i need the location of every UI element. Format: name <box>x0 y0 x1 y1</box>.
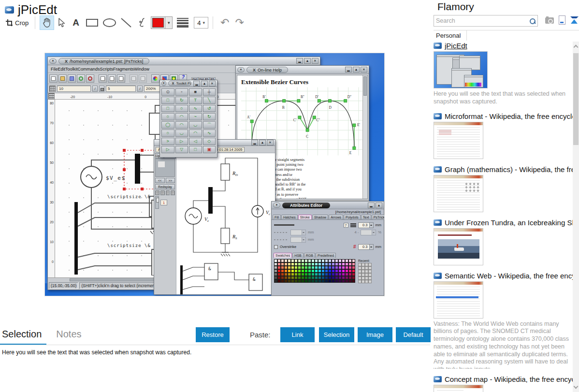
palette-tool-button[interactable]: ◡ <box>175 130 188 137</box>
attr-tab[interactable]: Fill <box>273 215 281 219</box>
palette-tool-button[interactable]: □ <box>161 105 174 112</box>
new-note-icon[interactable] <box>559 15 565 25</box>
palette-tool-button[interactable]: ◯ <box>161 121 174 129</box>
line-width-button[interactable] <box>174 15 191 30</box>
menu-item[interactable]: Scripts <box>100 67 114 72</box>
window-titlebar[interactable]: ▼ Attributes Editor ▂▲ <box>272 202 384 209</box>
snapshot-title[interactable]: Graph (mathematics) - Wikipedia, the fre… <box>445 165 573 174</box>
camera-icon[interactable] <box>545 17 554 24</box>
sidebar-scrollbar[interactable] <box>573 42 579 392</box>
line-tool-button[interactable] <box>118 15 134 30</box>
attr-tab[interactable]: Text <box>361 215 371 219</box>
palette-tool-button[interactable]: ↺ <box>203 105 216 112</box>
minimize-icon[interactable]: ▂ <box>296 58 303 64</box>
snapshot-thumbnail[interactable] <box>434 51 488 88</box>
search-input[interactable] <box>436 17 527 24</box>
grid-icon[interactable] <box>49 86 56 92</box>
palette-tool-button[interactable]: ┼ <box>203 88 216 96</box>
select-tool-button[interactable] <box>54 15 69 30</box>
minimize-icon[interactable]: ▂ <box>251 140 258 145</box>
palette-tool-button[interactable]: ╲ <box>203 97 216 104</box>
attr-tab[interactable]: Arrows <box>329 215 343 219</box>
list-item[interactable]: Concept map - Wikipedia, the free encycl… <box>434 375 573 392</box>
maximize-icon[interactable]: ▲ <box>353 67 360 73</box>
palette-tool-button[interactable]: ▣ <box>203 146 216 153</box>
palette-tool-button[interactable]: ▫ <box>175 88 188 96</box>
dvi-next-button[interactable]: >> <box>166 178 175 183</box>
palette-tool-button[interactable]: ▷ <box>161 146 174 153</box>
list-item[interactable]: Under Frozen Tundra, an Icebreaking Ship… <box>434 218 573 265</box>
list-item[interactable]: Microformat - Wikipedia, the free encycl… <box>434 112 573 159</box>
list-item[interactable]: Graph (mathematics) - Wikipedia, the fre… <box>434 165 573 212</box>
reload-button[interactable] <box>77 74 85 83</box>
scroll-up-icon[interactable] <box>574 45 579 50</box>
search-box[interactable] <box>434 15 538 27</box>
palette-tool-button[interactable]: ~ <box>189 113 202 120</box>
palette-tool-button[interactable]: T <box>189 97 202 104</box>
dvi-redisplay-button[interactable]: Redisplay <box>155 184 175 189</box>
dvi-page-number[interactable]: 1 <box>160 200 167 205</box>
palette-tool-button[interactable]: □ <box>161 97 174 104</box>
maximize-icon[interactable]: ▲ <box>376 203 382 208</box>
crop-button[interactable]: Crop <box>4 15 30 30</box>
snap-step-field[interactable]: 5 <box>106 86 136 92</box>
palette-tool-button[interactable]: ↻ <box>203 113 216 120</box>
snapshot-viewer[interactable]: ▼ X/home/reynal/example1.pst: [PsTricks]… <box>45 53 384 296</box>
snapshot-thumbnail[interactable] <box>434 228 483 265</box>
dvi-page-thumbnail[interactable] <box>155 159 175 177</box>
paste-default-button[interactable]: Default <box>396 327 431 342</box>
window-titlebar[interactable]: ▼ XToolkit Palette ▂▲✕ <box>160 80 217 87</box>
palette-tool-button[interactable]: ○ <box>161 113 174 120</box>
snapshot-title[interactable]: jPicEdt <box>445 42 467 50</box>
window-menu-icon[interactable]: ▼ <box>237 67 245 73</box>
open-file-button[interactable] <box>58 74 67 83</box>
restore-button[interactable]: Restore <box>196 327 230 342</box>
window-titlebar[interactable]: ▼ X/home/reynal/example1.pst: [PsTricks]… <box>48 57 320 65</box>
freehand-tool-button[interactable] <box>134 15 149 30</box>
attr-tab[interactable]: Polydots <box>344 215 361 219</box>
palette-button[interactable] <box>151 74 159 83</box>
palette-tool-button[interactable]: > <box>161 138 174 145</box>
swatch-tab[interactable]: Predefined <box>316 253 336 258</box>
close-icon[interactable]: ✕ <box>209 81 216 87</box>
tab-selection[interactable]: Selection <box>2 329 42 340</box>
stroke-width-dropdown[interactable]: 4 ▾ <box>194 17 208 29</box>
stroke-width-spinner[interactable]: 0.3 <box>358 222 374 228</box>
snapshot-thumbnail[interactable] <box>434 385 483 392</box>
attr-tab[interactable]: Hatches <box>281 215 298 219</box>
chevron-down-icon[interactable]: ▾ <box>165 17 172 29</box>
snapshot-thumbnail[interactable] <box>434 281 483 319</box>
recent-color-grid[interactable] <box>358 263 372 283</box>
attr-tab[interactable]: Shadow <box>312 215 328 219</box>
close-icon[interactable]: ✕ <box>267 140 274 145</box>
menu-item[interactable]: Commands <box>78 67 100 72</box>
attr-tab[interactable]: Stroke <box>298 215 312 219</box>
palette-tool-button[interactable]: ∿ <box>189 105 202 112</box>
palette-tool-button[interactable]: ↻ <box>175 97 188 104</box>
redo-button[interactable] <box>139 74 147 83</box>
close-icon[interactable]: ✕ <box>312 58 318 64</box>
palette-tool-button[interactable]: ◇ <box>203 138 216 145</box>
pct-spinner[interactable] <box>361 230 376 235</box>
swatch-tab[interactable]: Swatches <box>274 253 292 258</box>
color-picker[interactable]: ▾ <box>151 16 173 29</box>
tab-personal[interactable]: Personal <box>434 30 467 41</box>
save-file-button[interactable] <box>68 74 76 83</box>
palette-tool-button[interactable]: ▷ <box>175 138 188 145</box>
cut-button[interactable] <box>108 74 116 83</box>
tab-notes[interactable]: Notes <box>56 329 81 340</box>
maximize-icon[interactable]: ▲ <box>304 58 311 64</box>
paste-selection-button[interactable]: Selection <box>319 327 354 342</box>
snapshot-thumbnail[interactable] <box>434 175 483 212</box>
palette-tool-button[interactable]: ■ <box>189 88 202 96</box>
ellipse-tool-button[interactable] <box>101 15 118 30</box>
paste-link-button[interactable]: Link <box>280 327 315 342</box>
text-tool-button[interactable]: A <box>69 15 83 30</box>
hand-tool-button[interactable] <box>40 15 54 30</box>
palette-tool-button[interactable]: ∿ <box>203 130 216 137</box>
palette-tool-button[interactable]: ⊙ <box>161 88 174 96</box>
rectangle-tool-button[interactable] <box>83 15 101 30</box>
grid-step-toggle[interactable]: / <box>92 86 98 92</box>
list-item[interactable]: jPicEdt Here you will see the text that … <box>434 42 573 106</box>
minimize-icon[interactable]: ▂ <box>345 67 352 73</box>
